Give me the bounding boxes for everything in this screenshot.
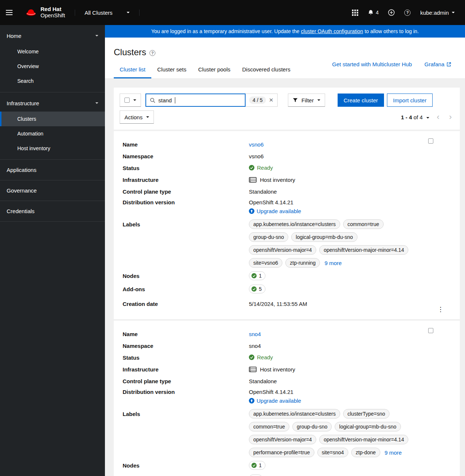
sidebar-item-overview[interactable]: Overview — [0, 59, 105, 74]
app-launcher-button[interactable] — [352, 10, 358, 16]
nodes-count-chip[interactable]: 1 — [249, 461, 265, 470]
filter-dropdown[interactable]: Filter — [288, 94, 325, 107]
field-label-namespace: Namespace — [123, 153, 249, 159]
search-result-count: 4 / 5 — [249, 96, 266, 104]
grafana-link[interactable]: Grafana — [425, 61, 451, 67]
multicluster-hub-link[interactable]: Get started with Multicluster Hub — [332, 61, 412, 67]
kebab-menu-button[interactable]: ⋮ — [437, 306, 444, 313]
upgrade-available-link[interactable]: Upgrade available — [249, 398, 301, 404]
next-page-button[interactable]: › — [447, 113, 454, 121]
check-circle-icon — [251, 463, 257, 468]
main-content: You are logged in as a temporary adminis… — [105, 25, 465, 476]
sidebar-item-search[interactable]: Search — [0, 74, 105, 88]
nodes-count-chip[interactable]: 1 — [249, 271, 265, 280]
page-title: Clusters — [114, 47, 146, 57]
field-label-infrastructure: Infrastructure — [123, 366, 249, 373]
field-label-creation-date: Creation date — [123, 301, 249, 307]
field-label-namespace: Namespace — [123, 343, 249, 349]
external-link-icon — [447, 62, 451, 67]
more-labels-link[interactable]: 9 more — [324, 260, 342, 266]
search-icon — [150, 98, 155, 103]
cluster-selector-dropdown[interactable]: All Clusters — [75, 10, 140, 16]
field-label-distribution: Distribution version — [123, 199, 249, 205]
sidebar-item-automation[interactable]: Automation — [0, 126, 105, 141]
pagination-menu-toggle[interactable]: 1 - 4 of 4 — [401, 114, 429, 120]
control-plane-value: Standalone — [249, 188, 451, 195]
check-circle-icon — [251, 286, 257, 292]
control-plane-value: Standalone — [249, 378, 451, 384]
banner-text-post: to allow others to log in. — [364, 28, 419, 34]
check-circle-icon — [249, 165, 254, 170]
cluster-card: ⋮ Name sno4 Namespace sno4 Status Ready — [114, 321, 460, 476]
host-inventory-icon — [249, 177, 257, 183]
page-help-icon[interactable]: ? — [149, 50, 155, 56]
add-button[interactable] — [388, 9, 395, 16]
brand-line1: Red Hat — [40, 6, 65, 13]
sidebar-item-applications[interactable]: Applications — [0, 160, 105, 180]
sidebar-nav: Home Welcome Overview Search Infrastruct… — [0, 25, 105, 476]
check-circle-icon — [249, 355, 254, 360]
label-pill: app.kubernetes.io/instance=clusters — [249, 219, 340, 229]
addons-count-chip[interactable] — [249, 475, 263, 476]
previous-page-button[interactable]: ‹ — [434, 113, 441, 121]
addons-count-chip[interactable]: 5 — [249, 285, 265, 293]
field-label-name: Name — [123, 331, 249, 337]
bulk-select-dropdown[interactable] — [120, 94, 141, 107]
masthead: Red Hat OpenShift All Clusters — [0, 0, 465, 25]
cluster-status[interactable]: Ready — [249, 354, 273, 360]
cluster-select-checkbox[interactable] — [428, 138, 433, 144]
search-input[interactable]: stand — [145, 94, 246, 107]
actions-dropdown[interactable]: Actions — [120, 110, 154, 124]
help-button[interactable]: ? — [404, 10, 411, 16]
label-pill: ztp-done — [351, 448, 380, 457]
clear-search-button[interactable]: ✕ — [269, 97, 274, 103]
sidebar-group-home[interactable]: Home — [0, 27, 105, 44]
filter-icon — [293, 98, 298, 103]
host-inventory-icon — [249, 367, 257, 372]
field-label-nodes: Nodes — [123, 273, 249, 279]
upgrade-arrow-icon — [249, 208, 254, 214]
sidebar-item-clusters[interactable]: Clusters — [0, 112, 105, 126]
field-label-status: Status — [123, 355, 249, 361]
sidebar-item-governance[interactable]: Governance — [0, 180, 105, 201]
oauth-configuration-link[interactable]: cluster OAuth configuration — [301, 28, 363, 34]
sidebar-item-credentials[interactable]: Credentials — [0, 201, 105, 222]
cluster-select-checkbox[interactable] — [428, 328, 433, 333]
cluster-card: ⋮ Name vsno6 Namespace vsno6 Status Read… — [114, 131, 460, 319]
cluster-status[interactable]: Ready — [249, 165, 273, 171]
cluster-name-link[interactable]: vsno6 — [249, 141, 264, 148]
label-pill: logical-group=mb-du-sno — [291, 232, 357, 242]
tab-cluster-pools[interactable]: Cluster pools — [192, 63, 236, 78]
labels-list: app.kubernetes.io/instance=clustersclust… — [249, 408, 422, 459]
bulk-select-checkbox[interactable] — [124, 98, 130, 103]
chevron-down-icon — [95, 102, 98, 105]
tab-discovered-clusters[interactable]: Discovered clusters — [236, 63, 296, 78]
chevron-down-icon — [127, 12, 130, 15]
import-cluster-button[interactable]: Import cluster — [387, 94, 433, 107]
bell-icon — [368, 10, 374, 16]
chevron-down-icon — [317, 99, 320, 102]
field-label-control-plane: Control plane type — [123, 188, 249, 195]
label-pill: openshiftVersion-major=4 — [249, 245, 316, 255]
username: kube:admin — [420, 10, 449, 16]
nav-toggle-button[interactable] — [6, 7, 16, 18]
sidebar-item-host-inventory[interactable]: Host inventory — [0, 141, 105, 156]
chevron-down-icon — [452, 12, 455, 15]
chevron-down-icon — [95, 35, 98, 38]
create-cluster-button[interactable]: Create cluster — [338, 94, 384, 107]
cluster-list: ⋮ Name vsno6 Namespace vsno6 Status Read… — [114, 131, 460, 476]
sidebar-group-label: Infrastructure — [7, 100, 39, 106]
pagination: 1 - 4 of 4 ‹ › — [401, 113, 454, 121]
tab-cluster-sets[interactable]: Cluster sets — [151, 63, 192, 78]
notifications-button[interactable]: 4 — [368, 10, 379, 16]
tab-cluster-list[interactable]: Cluster list — [114, 63, 151, 78]
label-pill: group-du-sno — [249, 232, 288, 242]
user-menu-dropdown[interactable]: kube:admin — [420, 10, 455, 16]
sidebar-group-infrastructure[interactable]: Infrastructure — [0, 95, 105, 112]
more-labels-link[interactable]: 9 more — [385, 449, 402, 456]
cluster-name-link[interactable]: sno4 — [249, 331, 261, 337]
sidebar-item-welcome[interactable]: Welcome — [0, 44, 105, 59]
label-pill: openshiftVersion-major=4 — [249, 435, 316, 444]
label-pill: site=vsno6 — [249, 258, 282, 268]
upgrade-available-link[interactable]: Upgrade available — [249, 208, 301, 214]
